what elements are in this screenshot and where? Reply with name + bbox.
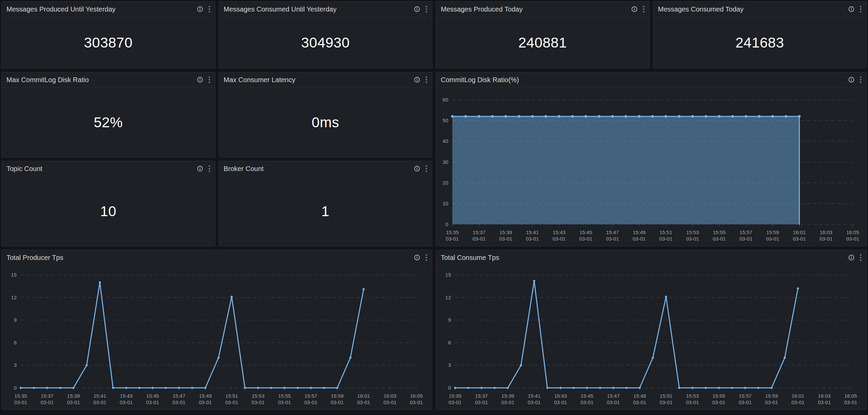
info-circle-icon[interactable] — [197, 77, 203, 83]
info-circle-icon[interactable] — [848, 254, 854, 261]
svg-text:3: 3 — [14, 362, 17, 368]
panel-title[interactable]: Broker Count — [224, 165, 264, 173]
info-circle-icon[interactable] — [631, 6, 637, 12]
grafana-dashboard: Messages Produced Until Yesterday 303870… — [0, 0, 868, 415]
panel-title[interactable]: Messages Consumed Today — [658, 5, 744, 13]
panel-title[interactable]: Messages Consumed Until Yesterday — [224, 5, 337, 13]
svg-text:15:5703-01: 15:5703-01 — [304, 393, 317, 405]
svg-text:15:5103-01: 15:5103-01 — [225, 393, 238, 405]
stat-panel-messages-consumed-until-yesterday: Messages Consumed Until Yesterday 304930 — [219, 1, 433, 69]
panel-header: Total Producer Tps — [2, 250, 432, 265]
panel-title[interactable]: CommitLog Disk Ratio(%) — [441, 76, 519, 84]
svg-text:15:4103-01: 15:4103-01 — [528, 393, 541, 405]
svg-text:15:5303-01: 15:5303-01 — [252, 393, 265, 405]
total-consume-tps-chart[interactable]: 0369121515:3503-0115:3703-0115:3903-0115… — [436, 265, 866, 410]
kebab-vertical-icon[interactable] — [209, 165, 210, 172]
svg-text:15:4703-01: 15:4703-01 — [607, 393, 620, 405]
stat-body: 0ms — [219, 88, 432, 157]
panel-header: Messages Consumed Today — [653, 2, 867, 17]
stat-value: 1 — [321, 203, 329, 220]
svg-text:16:0303-01: 16:0303-01 — [819, 229, 832, 242]
svg-text:60: 60 — [442, 97, 448, 102]
panel-title[interactable]: Max CommitLog Disk Ratio — [6, 76, 89, 84]
stat-value: 52% — [94, 114, 123, 131]
svg-text:20: 20 — [442, 180, 448, 186]
stat-body: 240881 — [436, 17, 649, 68]
info-circle-icon[interactable] — [848, 6, 854, 12]
kebab-vertical-icon[interactable] — [426, 254, 427, 261]
svg-text:15:5503-01: 15:5503-01 — [712, 393, 725, 405]
svg-text:15: 15 — [11, 272, 17, 278]
svg-text:15:5503-01: 15:5503-01 — [278, 393, 291, 405]
kebab-vertical-icon[interactable] — [209, 76, 210, 83]
kebab-vertical-icon[interactable] — [643, 6, 645, 13]
panel-title[interactable]: Total Producer Tps — [6, 254, 64, 262]
chart-body: 0369121515:3503-0115:3703-0115:3903-0115… — [436, 265, 866, 410]
panel-header: CommitLog Disk Ratio(%) — [436, 72, 866, 88]
svg-text:16:0303-01: 16:0303-01 — [383, 393, 396, 405]
total-producer-tps-chart[interactable]: 0369121515:3503-0115:3703-0115:3903-0115… — [2, 265, 432, 410]
svg-text:0: 0 — [448, 385, 451, 391]
svg-text:15: 15 — [445, 272, 451, 278]
panel-header: Total Consume Tps — [436, 250, 866, 265]
svg-text:15:4303-01: 15:4303-01 — [554, 393, 567, 405]
stat-body: 241683 — [653, 17, 867, 68]
stat-body: 1 — [219, 176, 432, 246]
svg-text:15:3503-01: 15:3503-01 — [446, 229, 459, 242]
svg-text:15:4703-01: 15:4703-01 — [606, 229, 619, 242]
info-circle-icon[interactable] — [414, 77, 420, 83]
panel-title[interactable]: Messages Produced Today — [441, 5, 523, 13]
svg-text:30: 30 — [442, 159, 448, 165]
info-circle-icon[interactable] — [414, 254, 420, 261]
info-circle-icon[interactable] — [414, 166, 420, 172]
svg-text:15:3503-01: 15:3503-01 — [14, 393, 27, 405]
kebab-vertical-icon[interactable] — [860, 76, 862, 83]
panel-title[interactable]: Max Consumer Latency — [224, 76, 295, 84]
panel-header: Topic Count — [2, 161, 215, 176]
chart-panel-total-consume-tps: Total Consume Tps 0369121515:3503-0115:3… — [436, 250, 867, 410]
svg-text:0: 0 — [446, 221, 448, 227]
stat-value: 241683 — [736, 35, 784, 51]
svg-text:15:5103-01: 15:5103-01 — [659, 393, 672, 405]
stat-body: 303870 — [2, 17, 215, 68]
svg-text:15:5103-01: 15:5103-01 — [659, 229, 672, 242]
svg-text:16:0503-01: 16:0503-01 — [844, 393, 857, 405]
svg-text:15:5303-01: 15:5303-01 — [686, 393, 699, 405]
chart-body: 0369121515:3503-0115:3703-0115:3903-0115… — [2, 265, 432, 410]
commitlog-disk-ratio-chart[interactable]: 010203040506015:3503-0115:3703-0115:3903… — [436, 88, 866, 246]
svg-text:15:4903-01: 15:4903-01 — [633, 393, 646, 405]
kebab-vertical-icon[interactable] — [860, 254, 862, 261]
svg-text:15:5703-01: 15:5703-01 — [739, 393, 752, 405]
stat-value: 10 — [100, 203, 116, 220]
svg-text:15:4903-01: 15:4903-01 — [199, 393, 212, 405]
svg-text:15:5703-01: 15:5703-01 — [739, 229, 752, 242]
panel-header: Broker Count — [219, 161, 432, 176]
svg-text:15:4903-01: 15:4903-01 — [633, 229, 646, 242]
svg-text:6: 6 — [448, 340, 451, 345]
info-circle-icon[interactable] — [848, 77, 854, 83]
panel-title[interactable]: Topic Count — [6, 165, 42, 173]
panel-title[interactable]: Messages Produced Until Yesterday — [6, 5, 115, 13]
svg-text:15:5903-01: 15:5903-01 — [766, 229, 779, 242]
svg-text:15:3703-01: 15:3703-01 — [40, 393, 53, 405]
info-circle-icon[interactable] — [197, 6, 203, 12]
kebab-vertical-icon[interactable] — [426, 165, 427, 172]
svg-text:15:3903-01: 15:3903-01 — [67, 393, 80, 405]
stat-body: 10 — [2, 176, 215, 246]
kebab-vertical-icon[interactable] — [860, 6, 862, 13]
stat-panel-messages-produced-today: Messages Produced Today 240881 — [436, 1, 650, 69]
svg-text:12: 12 — [11, 295, 17, 300]
svg-text:15:3903-01: 15:3903-01 — [501, 393, 514, 405]
kebab-vertical-icon[interactable] — [209, 6, 210, 13]
svg-text:16:0503-01: 16:0503-01 — [846, 229, 859, 242]
kebab-vertical-icon[interactable] — [426, 6, 427, 13]
stat-value: 240881 — [518, 35, 567, 51]
info-circle-icon[interactable] — [197, 166, 203, 172]
info-circle-icon[interactable] — [414, 6, 420, 12]
svg-text:12: 12 — [445, 295, 451, 300]
stat-panel-max-commitlog-disk-ratio: Max CommitLog Disk Ratio 52% — [1, 72, 215, 157]
panel-title[interactable]: Total Consume Tps — [441, 254, 499, 262]
svg-text:15:5903-01: 15:5903-01 — [331, 393, 344, 405]
kebab-vertical-icon[interactable] — [426, 76, 427, 83]
stat-panel-broker-count: Broker Count 1 — [219, 161, 433, 246]
